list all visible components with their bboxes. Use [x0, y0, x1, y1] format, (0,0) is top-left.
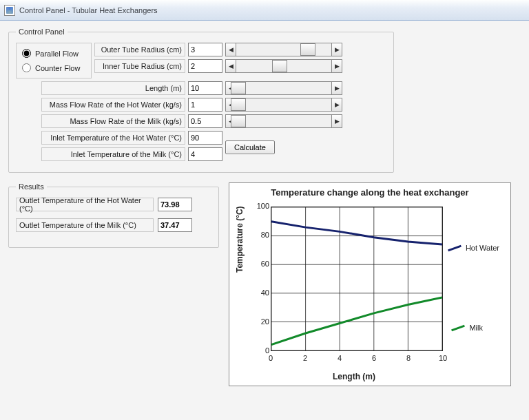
outer-radius-slider[interactable]: ◀ ▶ — [225, 43, 342, 56]
length-label: Length (m) — [41, 81, 185, 95]
milk-inlet-label: Inlet Temperature of the Milk (°C) — [41, 147, 185, 161]
left-arrow-icon[interactable]: ◀ — [225, 59, 236, 73]
calculate-button[interactable]: Calculate — [225, 140, 275, 154]
length-slider[interactable]: ◀ ▶ — [225, 81, 342, 95]
outer-radius-label: Outer Tube Radius (cm) — [94, 43, 185, 56]
milk-flow-label: Mass Flow Rate of the Milk (kg/s) — [41, 114, 185, 128]
hot-flow-slider[interactable]: ◀ ▶ — [225, 98, 342, 112]
length-input[interactable] — [188, 81, 222, 95]
outer-radius-input[interactable] — [188, 43, 222, 56]
counter-flow-input[interactable] — [22, 63, 31, 72]
legend-milk: Milk — [451, 324, 483, 332]
hot-inlet-label: Inlet Temperature of the Hot Water (°C) — [41, 131, 185, 145]
milk-outlet-value — [158, 218, 192, 232]
milk-outlet-label: Outlet Temperature of the Milk (°C) — [16, 218, 154, 232]
app-icon — [4, 5, 15, 16]
legend-hot-water: Hot Water — [448, 244, 499, 252]
control-panel-legend: Control Panel — [16, 28, 68, 36]
hot-outlet-label: Outlet Temperature of the Hot Water (°C) — [16, 198, 154, 211]
plot-area — [271, 207, 443, 351]
right-arrow-icon[interactable]: ▶ — [331, 43, 342, 56]
right-arrow-icon[interactable]: ▶ — [331, 59, 342, 73]
hot-flow-label: Mass Flow Rate of the Hot Water (kg/s) — [41, 98, 185, 112]
chart-xlabel: Length (m) — [333, 372, 375, 381]
results-group: Results Outlet Temperature of the Hot Wa… — [8, 182, 219, 248]
titlebar: Control Panel - Tubular Heat Exchangers — [0, 0, 529, 21]
right-arrow-icon[interactable]: ▶ — [331, 98, 342, 112]
left-arrow-icon[interactable]: ◀ — [225, 43, 236, 56]
window-title: Control Panel - Tubular Heat Exchangers — [19, 6, 158, 14]
milk-inlet-input[interactable] — [188, 147, 222, 161]
counter-flow-radio[interactable]: Counter Flow — [22, 63, 84, 72]
milk-flow-input[interactable] — [188, 114, 222, 128]
inner-radius-input[interactable] — [188, 59, 222, 73]
parallel-flow-radio[interactable]: Parallel Flow — [22, 49, 84, 58]
hot-flow-input[interactable] — [188, 98, 222, 112]
inner-radius-label: Inner Tube Radius (cm) — [94, 59, 185, 73]
chart-ylabel: Temperature (°C) — [235, 206, 245, 273]
parallel-flow-input[interactable] — [22, 49, 31, 58]
control-panel-group: Control Panel Parallel Flow Counter Flow… — [8, 28, 394, 173]
results-legend: Results — [16, 182, 47, 191]
hot-inlet-input[interactable] — [188, 131, 222, 145]
counter-flow-label: Counter Flow — [35, 64, 80, 72]
milk-flow-slider[interactable]: ◀ ▶ — [225, 114, 342, 128]
inner-radius-slider[interactable]: ◀ ▶ — [225, 59, 342, 73]
right-arrow-icon[interactable]: ▶ — [331, 81, 342, 95]
parallel-flow-label: Parallel Flow — [35, 50, 79, 58]
chart-title: Temperature change along the heat exchan… — [229, 183, 510, 199]
flow-mode-box: Parallel Flow Counter Flow — [16, 43, 92, 78]
right-arrow-icon[interactable]: ▶ — [331, 114, 342, 128]
hot-outlet-value — [158, 198, 192, 211]
chart: Temperature change along the heat exchan… — [229, 182, 511, 386]
